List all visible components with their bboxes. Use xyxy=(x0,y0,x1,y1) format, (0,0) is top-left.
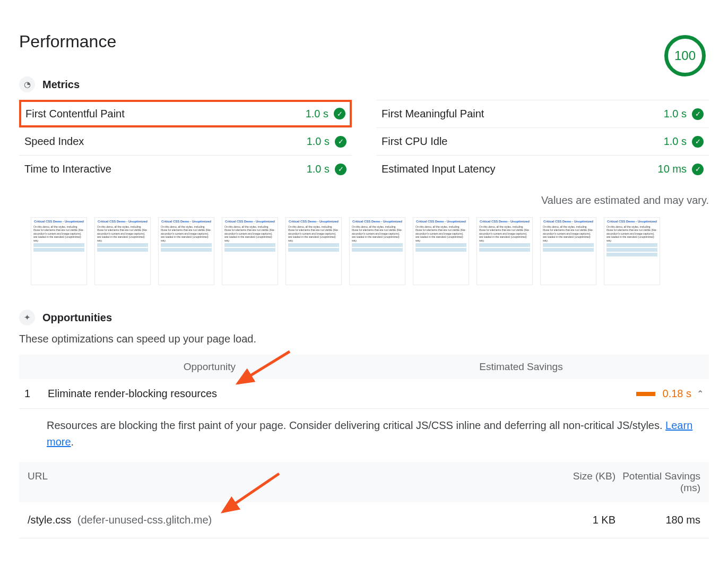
opportunity-name: Eliminate render-blocking resources xyxy=(48,388,636,400)
metric-value: 1.0 s✓ xyxy=(664,108,704,120)
filmstrip-frame: Critical CSS Demo - UnoptimizedOn this d… xyxy=(540,217,596,285)
filmstrip-frame: Critical CSS Demo - UnoptimizedOn this d… xyxy=(94,217,151,285)
check-icon: ✓ xyxy=(335,164,346,175)
metrics-section-header: ◔ Metrics xyxy=(19,76,709,92)
filmstrip-frame: Critical CSS Demo - UnoptimizedOn this d… xyxy=(604,217,660,285)
check-icon: ✓ xyxy=(692,108,704,120)
opportunities-table-header: Opportunity Estimated Savings xyxy=(19,355,709,379)
filmstrip-frame: Critical CSS Demo - UnoptimizedOn this d… xyxy=(158,217,214,285)
savings-col-header: Estimated Savings xyxy=(236,361,700,373)
metric-label: First Meaningful Paint xyxy=(382,108,484,120)
opportunity-savings: 0.18 s xyxy=(663,388,691,400)
resource-size: 1 KB xyxy=(541,514,616,526)
check-icon: ✓ xyxy=(692,164,704,175)
metric-label: First Contentful Paint xyxy=(25,108,125,120)
metrics-grid: First Contentful Paint1.0 s✓First Meanin… xyxy=(19,100,709,183)
metric-row[interactable]: Time to Interactive1.0 s✓ xyxy=(19,155,352,183)
metric-row[interactable]: Speed Index1.0 s✓ xyxy=(19,127,352,155)
metric-label: Time to Interactive xyxy=(24,163,111,175)
metrics-title: Metrics xyxy=(42,79,80,91)
metrics-footnote: Values are estimated and may vary. xyxy=(19,194,709,207)
filmstrip-frame: Critical CSS Demo - UnoptimizedOn this d… xyxy=(31,217,87,285)
opportunity-row[interactable]: 1 Eliminate render-blocking resources 0.… xyxy=(19,379,709,409)
metric-label: Speed Index xyxy=(24,135,84,148)
metric-label: First CPU Idle xyxy=(382,135,447,148)
resource-host: (defer-unused-css.glitch.me) xyxy=(77,514,212,526)
resource-path: /style.css xyxy=(28,514,71,526)
potential-savings-col-header: Potential Savings (ms) xyxy=(616,470,700,494)
metric-row[interactable]: First Contentful Paint1.0 s✓ xyxy=(19,100,352,127)
opportunity-detail: Resources are blocking the first paint o… xyxy=(19,409,709,462)
opportunities-section-header: ✦ Opportunities xyxy=(19,310,709,325)
savings-bar xyxy=(636,392,655,396)
metric-row[interactable]: Estimated Input Latency10 ms✓ xyxy=(376,155,709,183)
metric-value: 10 ms✓ xyxy=(658,163,704,175)
opportunity-detail-text: Resources are blocking the first paint o… xyxy=(47,419,665,431)
metric-value: 1.0 s✓ xyxy=(307,163,346,175)
opportunity-col-header: Opportunity xyxy=(28,361,236,373)
opportunities-section: ✦ Opportunities These optimizations can … xyxy=(19,310,709,538)
check-icon: ✓ xyxy=(335,136,346,148)
page-title: Performance xyxy=(19,32,116,52)
chevron-up-icon[interactable]: ⌃ xyxy=(697,389,704,399)
check-icon: ✓ xyxy=(692,136,704,148)
size-col-header: Size (KB) xyxy=(541,470,616,494)
stopwatch-icon: ◔ xyxy=(19,76,35,92)
filmstrip-frame: Critical CSS Demo - UnoptimizedOn this d… xyxy=(222,217,278,285)
filmstrip-frame: Critical CSS Demo - UnoptimizedOn this d… xyxy=(476,217,533,285)
check-icon: ✓ xyxy=(334,108,345,119)
metric-label: Estimated Input Latency xyxy=(382,163,496,175)
metric-value: 1.0 s✓ xyxy=(306,108,345,120)
filmstrip: Critical CSS Demo - UnoptimizedOn this d… xyxy=(31,217,709,285)
filmstrip-frame: Critical CSS Demo - UnoptimizedOn this d… xyxy=(285,217,342,285)
resource-row[interactable]: /style.css (defer-unused-css.glitch.me) … xyxy=(19,502,709,538)
url-col-header: URL xyxy=(28,470,541,494)
sparkle-icon: ✦ xyxy=(19,310,35,325)
performance-score-gauge: 100 xyxy=(664,35,706,76)
resource-table-header: URL Size (KB) Potential Savings (ms) xyxy=(19,462,709,502)
filmstrip-frame: Critical CSS Demo - UnoptimizedOn this d… xyxy=(413,217,469,285)
metric-value: 1.0 s✓ xyxy=(664,135,704,148)
filmstrip-frame: Critical CSS Demo - UnoptimizedOn this d… xyxy=(349,217,405,285)
resource-savings: 180 ms xyxy=(616,514,700,526)
opportunity-index: 1 xyxy=(24,388,48,400)
metric-value: 1.0 s✓ xyxy=(307,135,346,148)
opportunities-description: These optimizations can speed up your pa… xyxy=(19,333,709,345)
opportunities-title: Opportunities xyxy=(42,312,112,324)
metric-row[interactable]: First Meaningful Paint1.0 s✓ xyxy=(376,100,709,127)
metric-row[interactable]: First CPU Idle1.0 s✓ xyxy=(376,127,709,155)
